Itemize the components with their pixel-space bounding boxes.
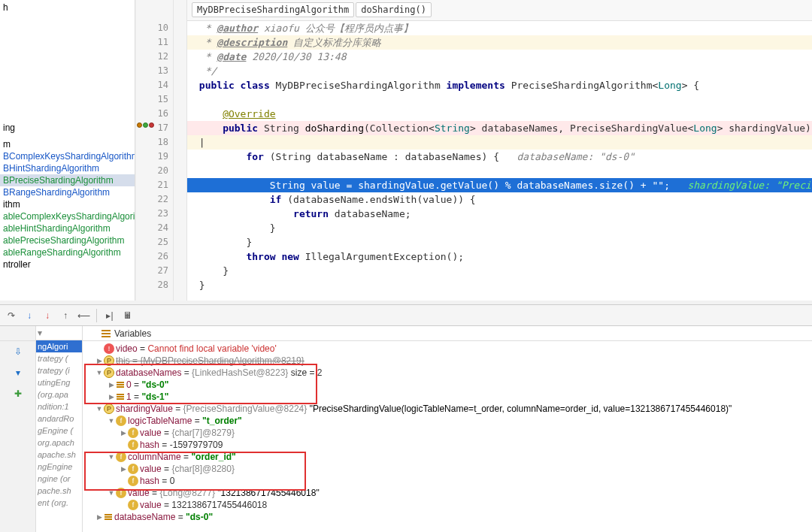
override-icon[interactable] [137,122,142,128]
variable-row[interactable]: ▼P shardingValue = {PreciseShardingValue… [83,403,812,415]
code-line[interactable]: public class MyDBPreciseShardingAlgorith… [187,78,812,92]
variable-row[interactable]: ▼f logicTableName = "t_order" [83,415,812,427]
gutter-line-number[interactable]: 26 [136,249,173,264]
gutter-line-number[interactable]: 16 [136,107,173,121]
tree-expander-icon[interactable]: ▼ [95,367,104,379]
code-line[interactable]: if (databaseName.endsWith(value)) { [187,192,812,207]
code-line[interactable]: | [187,135,812,150]
gutter-line-number[interactable]: 14 [136,78,173,92]
gutter-line-number[interactable]: 24 [136,221,173,235]
gutter-line-number[interactable]: 13 [136,64,173,78]
variable-row[interactable]: ▼P databaseNames = {LinkedHashSet@8223} … [83,367,812,379]
impl-icon[interactable] [143,122,148,128]
code-line[interactable] [187,92,812,107]
sidebar-class-item[interactable]: ablePreciseShardingAlgorithm [0,234,135,246]
code-line[interactable]: */ [187,64,812,78]
run-to-cursor-icon[interactable]: ▸| [103,309,117,322]
gutter-line-number[interactable]: 27 [136,264,173,278]
breadcrumb-method[interactable]: doSharding() [356,2,432,17]
variable-row[interactable]: f value = 1321386717455446018 [83,499,812,511]
stack-frame[interactable]: ngine (or [36,473,82,485]
gutter-line-number[interactable]: 22 [136,192,173,207]
gutter-line-number[interactable]: 21 [136,178,173,192]
force-step-into-icon[interactable]: ↓ [41,309,54,322]
code-line[interactable]: } [187,264,812,278]
gutter-line-number[interactable]: 23 [136,207,173,221]
stack-frame[interactable]: utingEng [36,376,82,388]
variable-row[interactable]: f hash = -1597979709 [83,439,812,451]
tree-expander-icon[interactable]: ▶ [95,355,104,367]
variable-row[interactable]: ▶ 1 = "ds-1" [83,391,812,403]
stack-frame[interactable]: ent (org. [36,497,82,509]
sidebar-class-item[interactable]: BPreciseShardingAlgorithm [0,174,135,186]
debugger-variables-pane[interactable]: Variables ! video = Cannot find local va… [83,326,812,532]
code-line[interactable]: public String doSharding(Collection<Stri… [187,121,812,135]
stack-frame[interactable]: apache.sh [36,449,82,461]
sidebar-class-item[interactable]: BComplexKeysShardingAlgorithm [0,150,135,162]
code-line[interactable]: } [187,221,812,235]
stack-frame[interactable]: ngEngine [36,461,82,473]
code-line[interactable]: @Override [187,107,812,121]
variable-row[interactable]: ▼f columnName = "order_id" [83,451,812,463]
editor-breadcrumb[interactable]: MyDBPreciseShardingAlgorithmdoSharding() [187,0,812,21]
evaluate-expression-icon[interactable]: 🖩 [121,309,135,322]
tree-expander-icon[interactable]: ▶ [119,463,128,475]
variable-row[interactable]: ! video = Cannot find local variable 'vi… [83,343,812,355]
code-line[interactable]: * @author xiaofu 公众号【程序员内点事】 [187,21,812,35]
breadcrumb-class[interactable]: MyDBPreciseShardingAlgorithm [192,2,354,17]
stack-frame[interactable]: trategy (i [36,364,82,376]
gutter-line-number[interactable]: 28 [136,278,173,292]
sidebar-item[interactable]: ing [0,122,135,134]
filter-icon[interactable]: ▾ [11,365,26,380]
debugger-frames-column[interactable]: ▾ ngAlgoritrategy (trategy (iutingEng(or… [36,326,83,532]
code-line[interactable]: } [187,278,812,292]
tree-expander-icon[interactable]: ▼ [107,415,116,427]
code-editor[interactable]: MyDBPreciseShardingAlgorithmdoSharding()… [135,0,812,301]
stack-frame[interactable]: ngAlgori [36,340,82,352]
tree-expander-icon[interactable]: ▼ [107,451,116,463]
tree-expander-icon[interactable]: ▼ [107,487,116,499]
gutter-line-number[interactable]: 25 [136,235,173,249]
sidebar-item[interactable]: h [0,2,135,14]
step-over-icon[interactable]: ↷ [5,309,18,322]
variable-row[interactable]: f hash = 0 [83,475,812,487]
gutter-line-number[interactable]: 20 [136,164,173,178]
sidebar-class-item[interactable]: ableRangeShardingAlgorithm [0,246,135,258]
code-line[interactable]: throw new IllegalArgumentException(); [187,249,812,264]
sidebar-class-item[interactable]: ableComplexKeysShardingAlgorithm [0,210,135,222]
step-into-icon[interactable]: ↓ [23,309,36,322]
debugger-panel[interactable]: ↷ ↓ ↓ ↑ ⟵ ▸| 🖩 ⇩ ▾ ✚ ▾ ngAlgoritrategy (… [0,304,812,532]
stack-frame[interactable]: pache.sh [36,485,82,497]
stack-frame[interactable]: andardRo [36,413,82,425]
code-line[interactable]: return databaseName; [187,207,812,221]
project-tree-sidebar[interactable]: h ing m BComplexKeysShardingAlgorithmBHi… [0,0,135,301]
sidebar-package[interactable]: ithm [0,198,135,210]
gutter-line-number[interactable]: 12 [136,50,173,64]
variable-row[interactable]: ▶P this = {MyDBPreciseShardingAlgorithm@… [83,355,812,367]
variable-row[interactable]: ▶ 0 = "ds-0" [83,379,812,391]
debugger-left-gutter[interactable]: ⇩ ▾ ✚ [0,326,36,532]
stack-frame[interactable]: org.apach [36,437,82,449]
editor-gutter-fold[interactable] [174,0,187,301]
editor-gutter[interactable]: 10111213141516171819202122232425262728 [136,0,174,301]
add-watch-icon[interactable]: ✚ [11,386,26,401]
frames-tab[interactable]: ▾ [36,326,82,340]
code-line[interactable]: for (String databaseName : databaseNames… [187,150,812,164]
tree-expander-icon[interactable]: ▶ [107,391,116,403]
tree-expander-icon[interactable]: ▶ [95,511,104,523]
breakpoint-icon[interactable] [149,122,154,128]
sidebar-package[interactable]: m [0,138,135,150]
variable-row[interactable]: ▶ databaseName = "ds-0" [83,511,812,523]
stack-frame[interactable]: ndition:1 [36,401,82,413]
code-line[interactable]: * @description 自定义标准分库策略 [187,35,812,50]
thread-select-icon[interactable]: ▾ [38,328,42,338]
step-out-icon[interactable]: ↑ [59,309,72,322]
code-line[interactable]: * @date 2020/10/30 13:48 [187,50,812,64]
stack-frame[interactable]: gEngine ( [36,425,82,437]
sidebar-class-item[interactable]: BHintShardingAlgorithm [0,162,135,174]
debugger-toolbar[interactable]: ↷ ↓ ↓ ↑ ⟵ ▸| 🖩 [0,305,812,326]
gutter-line-number[interactable]: 18 [136,135,173,150]
variable-row[interactable]: ▶f value = {char[8]@8280} [83,463,812,475]
tree-expander-icon[interactable]: ▼ [95,403,104,415]
tree-expander-icon[interactable]: ▶ [119,427,128,439]
